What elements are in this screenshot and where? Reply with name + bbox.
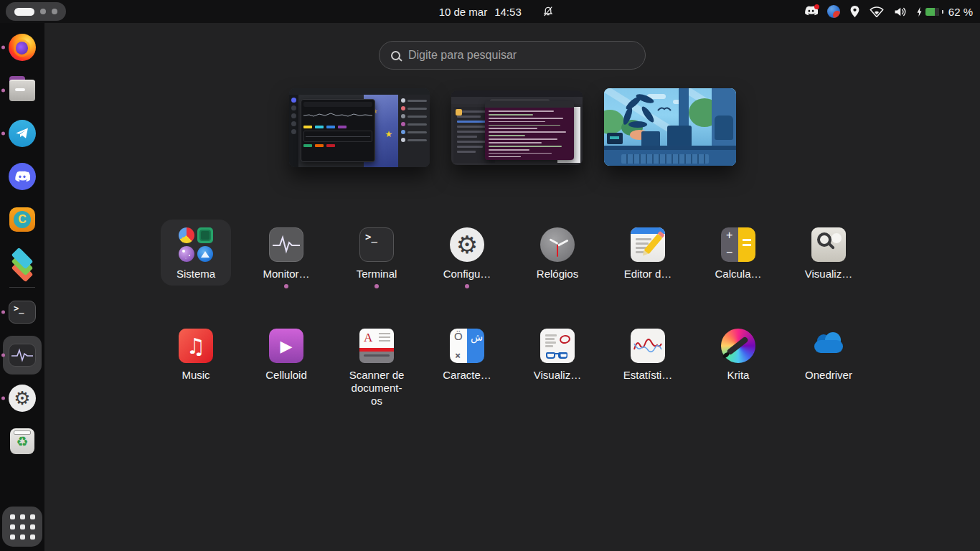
clock-menu[interactable]: 10 de mar 14:53 [439, 0, 522, 23]
app-celluloid[interactable]: ▶ Celluloid [241, 319, 331, 382]
telegram-icon [9, 120, 36, 147]
running-indicator [1, 311, 5, 314]
music-icon: ♫ [179, 329, 213, 363]
cloud-icon [811, 329, 846, 363]
krita-icon [721, 329, 755, 363]
app-document-viewer[interactable]: Visualiz… [512, 319, 603, 382]
logs-mini-icon [197, 246, 213, 262]
dock-item-terminal[interactable] [8, 298, 37, 326]
app-grid-row-2: ♫ Music ▶ Celluloid Scanner de document­… [44, 319, 980, 420]
app-onedriver[interactable]: Onedriver [783, 319, 874, 382]
time-label: 14:53 [494, 6, 522, 18]
app-statistics[interactable]: Estatísti… [603, 319, 693, 382]
xnview-icon: C [9, 207, 35, 232]
disk-usage-mini-icon [179, 227, 194, 243]
app-folder-sistema[interactable]: Sistema [151, 217, 241, 281]
dock-item-firefox[interactable] [8, 33, 37, 62]
app-label: Krita [710, 369, 767, 382]
app-grid-icon [10, 514, 35, 540]
workspace-dot [52, 9, 57, 14]
app-characters[interactable]: Caracte… [422, 319, 512, 382]
running-indicator [1, 354, 5, 357]
window-thumbnail-discord-system-monitor[interactable]: ★★★ [289, 88, 430, 167]
app-label: Estatísti… [619, 369, 677, 382]
workspace-indicator[interactable] [6, 2, 66, 21]
terminal-window [485, 101, 574, 160]
show-apps-button[interactable] [2, 507, 42, 547]
dock-item-layers-app[interactable] [8, 248, 37, 277]
app-music[interactable]: ♫ Music [151, 319, 241, 382]
app-krita[interactable]: Krita [693, 319, 783, 382]
text-editor-icon [631, 227, 665, 262]
volume-icon[interactable] [893, 6, 907, 18]
discord-server-rail [289, 95, 298, 167]
small-app-chip [456, 109, 462, 116]
cpu-profiler-mini-icon [197, 227, 213, 243]
top-bar: 10 de mar 14:53 62 % [0, 0, 980, 23]
window-previews: ★★★ [44, 88, 980, 167]
app-grid: Sistema Monitor… Terminal ⚙ Configu… Rel… [44, 217, 980, 420]
dock-item-files[interactable] [8, 76, 37, 105]
discord-tray-icon[interactable] [804, 6, 818, 17]
dock-item-telegram[interactable] [8, 119, 37, 148]
app-label: Sistema [167, 268, 225, 281]
terminal-icon [359, 227, 394, 262]
app-terminal[interactable]: Terminal [331, 217, 422, 288]
app-clocks[interactable]: Relógios [512, 217, 603, 281]
window-thumbnail-browser-terminal[interactable] [451, 90, 583, 165]
app-label: Configu… [438, 268, 496, 281]
app-label: Visualiz… [529, 369, 586, 382]
app-label: Editor d… [619, 268, 677, 281]
files-icon [9, 80, 35, 101]
sparkle-app-mini-icon [179, 246, 194, 262]
notifications-muted-icon[interactable] [542, 5, 555, 18]
app-label: Scanner de document­os [348, 369, 405, 408]
window-thumbnail-artwork[interactable] [604, 88, 736, 166]
app-grid-row-1: Sistema Monitor… Terminal ⚙ Configu… Rel… [44, 217, 980, 319]
app-label: Monitor… [258, 268, 315, 281]
search-input[interactable] [408, 49, 633, 62]
date-label: 10 de mar [439, 6, 488, 18]
gear-icon: ⚙ [9, 385, 36, 412]
battery-percent: 62 % [948, 6, 973, 18]
dock-item-settings[interactable]: ⚙ [8, 384, 37, 413]
running-indicator [1, 397, 5, 400]
running-indicator [284, 284, 288, 288]
dash-dock: C ⚙ ♻ [0, 23, 44, 551]
trash-icon: ♻ [10, 428, 34, 454]
dock-item-xnview[interactable]: C [8, 205, 37, 234]
running-indicator [1, 89, 5, 93]
app-label: Caracte… [438, 369, 496, 382]
scanner-icon [359, 329, 394, 363]
app-label: Celluloid [258, 369, 315, 382]
location-icon[interactable] [849, 5, 860, 18]
app-document-scanner[interactable]: Scanner de document­os [331, 319, 422, 408]
bird [657, 105, 672, 113]
search-icon [391, 51, 400, 60]
dock-item-discord[interactable] [8, 162, 37, 191]
app-monitor[interactable]: Monitor… [241, 217, 331, 288]
battery-indicator[interactable]: 62 % [916, 6, 973, 18]
statistics-icon [631, 329, 665, 363]
discord-member-list [398, 95, 430, 167]
app-label: Calcula… [710, 268, 767, 281]
app-text-editor[interactable]: Editor d… [603, 217, 693, 281]
app-calculator[interactable]: Calcula… [693, 217, 783, 281]
app-label: Music [167, 369, 225, 382]
app-label: Relógios [529, 268, 586, 281]
discord-icon [9, 163, 36, 190]
app-label: Onedriver [800, 369, 857, 382]
app-image-viewer[interactable]: Visualiz… [783, 217, 874, 281]
wifi-icon[interactable] [870, 6, 884, 17]
system-monitor-icon [9, 344, 36, 367]
terminal-icon [9, 301, 36, 324]
notification-badge [814, 4, 819, 9]
battery-icon [925, 8, 939, 16]
app-settings[interactable]: ⚙ Configu… [422, 217, 512, 288]
app-ball-tray-icon[interactable] [827, 5, 840, 18]
dock-item-trash[interactable]: ♻ [8, 427, 37, 456]
search-bar[interactable] [379, 41, 646, 70]
running-indicator [1, 46, 5, 50]
dock-separator [9, 287, 35, 288]
dock-item-system-monitor[interactable] [8, 341, 37, 369]
